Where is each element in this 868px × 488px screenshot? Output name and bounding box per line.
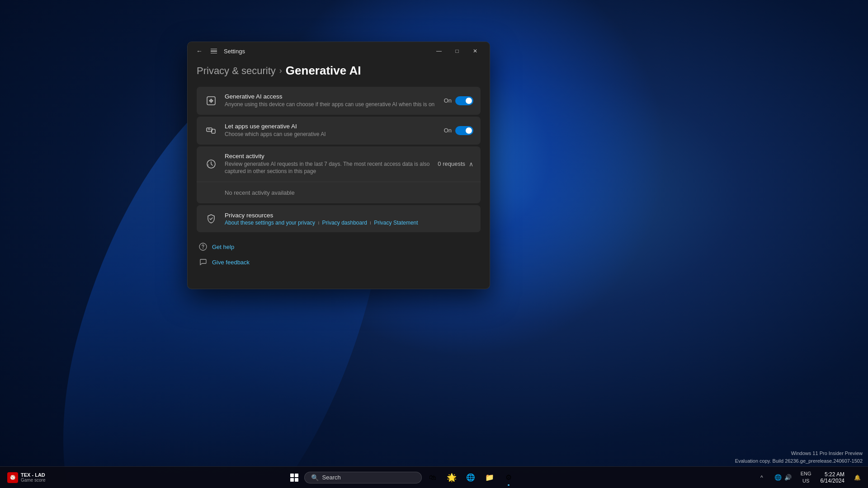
- volume-icon: 🔊: [784, 474, 792, 481]
- game-score-info: TEX - LAD Game score: [21, 472, 45, 483]
- title-bar-nav: ←: [193, 45, 220, 57]
- get-help-text: Get help: [212, 244, 234, 250]
- hamburger-line-3: [211, 53, 217, 54]
- ai-access-icon: [204, 94, 218, 108]
- taskbar-app-copilot[interactable]: 🌟: [443, 469, 461, 487]
- window-controls: — □ ✕: [430, 44, 484, 58]
- logo-quad-3: [290, 478, 294, 482]
- window-title: Settings: [224, 48, 426, 55]
- taskbar-right: ^ 🌐 🔊 ENG US 5:22 AM 6/14/2024 🔔: [755, 469, 868, 485]
- watermark-line1: Windows 11 Pro Insider Preview: [735, 450, 863, 457]
- edge-icon: 🌐: [465, 472, 476, 483]
- privacy-resources-row: Privacy resources About these settings a…: [197, 205, 481, 232]
- breadcrumb-separator: ›: [279, 66, 282, 75]
- expand-icon: ∧: [469, 160, 473, 168]
- apps-ai-label: On: [444, 127, 452, 134]
- privacy-resources-text: Privacy resources About these settings a…: [225, 212, 473, 226]
- ai-access-title: Generative AI access: [225, 93, 438, 100]
- region-code: US: [802, 478, 809, 484]
- recent-activity-control: 0 requests ∧: [438, 160, 473, 168]
- link-separator-1: ı: [318, 220, 319, 226]
- watermark-line2: Evaluation copy. Build 26236.ge_prerelea…: [735, 457, 863, 465]
- privacy-links: About these settings and your privacy ı …: [225, 220, 473, 226]
- apps-ai-control: On: [444, 126, 473, 135]
- get-help-item[interactable]: Get help: [197, 239, 481, 254]
- search-text: Search: [322, 474, 341, 481]
- notification-button[interactable]: 🔔: [850, 470, 864, 485]
- breadcrumb-current: Generative AI: [286, 64, 361, 78]
- game-score-icon: ⚾: [7, 472, 18, 483]
- taskbar-app-settings[interactable]: ⚙: [500, 469, 518, 487]
- privacy-resources-card: Privacy resources About these settings a…: [197, 205, 481, 232]
- generative-ai-access-row: Generative AI access Anyone using this d…: [197, 87, 481, 115]
- breadcrumb: Privacy & security › Generative AI: [197, 60, 481, 78]
- taskbar-center: 🔍 Search 🛍 🌟 🌐 📁 ⚙: [49, 469, 754, 487]
- taskbar-app-edge[interactable]: 🌐: [462, 469, 480, 487]
- copilot-icon: 🌟: [446, 472, 457, 483]
- maximize-button[interactable]: □: [448, 44, 466, 58]
- language-indicator[interactable]: ENG US: [797, 469, 815, 485]
- clock-date: 6/14/2024: [821, 478, 844, 484]
- give-feedback-icon: [198, 258, 208, 267]
- get-help-icon: [198, 242, 208, 251]
- search-icon: 🔍: [311, 474, 319, 481]
- recent-activity-icon: [204, 157, 218, 171]
- game-score-widget[interactable]: ⚾ TEX - LAD Game score: [4, 470, 49, 485]
- close-button[interactable]: ✕: [466, 44, 484, 58]
- generative-ai-access-card: Generative AI access Anyone using this d…: [197, 87, 481, 115]
- privacy-link-statement[interactable]: Privacy Statement: [374, 220, 418, 226]
- clock-time: 5:22 AM: [825, 471, 844, 478]
- language-code: ENG: [801, 470, 811, 477]
- taskbar-left: ⚾ TEX - LAD Game score: [0, 470, 49, 485]
- taskbar-search[interactable]: 🔍 Search: [304, 472, 422, 483]
- activity-empty-text: No recent activity available: [197, 182, 481, 203]
- recent-activity-text: Recent activity Review generative AI req…: [225, 153, 431, 176]
- windows-logo: [290, 474, 298, 482]
- minimize-button[interactable]: —: [430, 44, 448, 58]
- hamburger-line-1: [211, 49, 217, 50]
- apps-ai-desc: Choose which apps can use generative AI: [225, 131, 438, 138]
- breadcrumb-parent[interactable]: Privacy & security: [197, 65, 276, 77]
- logo-quad-1: [290, 474, 294, 477]
- taskbar-clock[interactable]: 5:22 AM 6/14/2024: [817, 470, 848, 485]
- settings-window: ← Settings — □ ✕ Privacy & security ›: [187, 42, 490, 289]
- settings-icon: ⚙: [503, 472, 514, 483]
- game-score-teams: TEX - LAD: [21, 472, 45, 478]
- taskbar-apps: 🛍 🌟 🌐 📁 ⚙: [424, 469, 518, 487]
- ai-access-control: On: [444, 96, 473, 105]
- ai-access-label: On: [444, 97, 452, 104]
- privacy-link-dashboard[interactable]: Privacy dashboard: [322, 220, 367, 226]
- hamburger-line-2: [211, 51, 217, 52]
- recent-activity-requests: 0 requests: [438, 160, 465, 167]
- let-apps-use-ai-card: Let apps use generative AI Choose which …: [197, 117, 481, 145]
- apps-ai-icon: [204, 123, 218, 138]
- give-feedback-item[interactable]: Give feedback: [197, 255, 481, 269]
- ai-access-text: Generative AI access Anyone using this d…: [225, 93, 438, 108]
- game-score-label: Game score: [21, 478, 45, 483]
- apps-ai-toggle[interactable]: [455, 126, 473, 135]
- back-button[interactable]: ←: [193, 45, 206, 57]
- notification-chevron[interactable]: ^: [755, 470, 769, 485]
- bottom-links: Get help Give feedback: [197, 239, 481, 269]
- taskbar-app-explorer[interactable]: 📁: [481, 469, 499, 487]
- system-icons[interactable]: 🌐 🔊: [771, 472, 795, 483]
- ai-access-desc: Anyone using this device can choose if t…: [225, 101, 438, 108]
- title-bar: ← Settings — □ ✕: [188, 42, 490, 60]
- link-separator-2: ı: [370, 220, 371, 226]
- recent-activity-desc: Review generative AI requests in the las…: [225, 160, 431, 176]
- store-icon: 🛍: [427, 472, 438, 483]
- ai-access-toggle[interactable]: [455, 96, 473, 105]
- give-feedback-text: Give feedback: [212, 259, 250, 266]
- logo-quad-4: [295, 478, 298, 482]
- taskbar-app-store[interactable]: 🛍: [424, 469, 442, 487]
- logo-quad-2: [295, 474, 298, 477]
- recent-activity-row[interactable]: Recent activity Review generative AI req…: [197, 146, 481, 183]
- apps-ai-text: Let apps use generative AI Choose which …: [225, 123, 438, 138]
- start-button[interactable]: [286, 469, 302, 486]
- let-apps-use-ai-row: Let apps use generative AI Choose which …: [197, 117, 481, 145]
- privacy-link-about[interactable]: About these settings and your privacy: [225, 220, 315, 226]
- hamburger-menu-button[interactable]: [208, 45, 220, 57]
- explorer-icon: 📁: [484, 472, 495, 483]
- recent-activity-card: Recent activity Review generative AI req…: [197, 146, 481, 204]
- content-area[interactable]: Privacy & security › Generative AI Ge: [188, 60, 490, 289]
